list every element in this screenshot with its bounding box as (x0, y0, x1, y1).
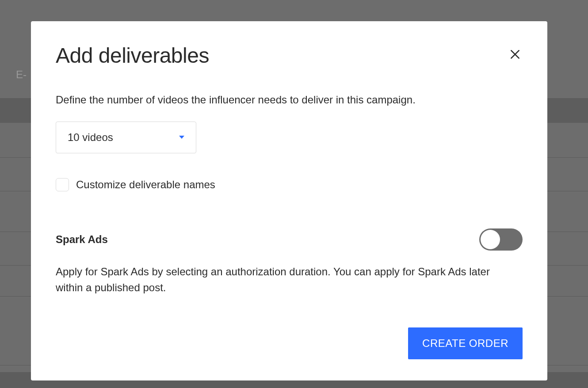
add-deliverables-modal: Add deliverables Define the number of vi… (31, 21, 547, 380)
customize-names-row: Customize deliverable names (56, 178, 523, 191)
chevron-down-icon (179, 136, 184, 139)
modal-description: Define the number of videos the influenc… (56, 92, 523, 107)
spark-ads-toggle[interactable] (479, 228, 523, 251)
modal-title: Add deliverables (56, 43, 209, 68)
modal-header: Add deliverables (56, 43, 523, 68)
video-count-select[interactable]: 10 videos (56, 122, 196, 153)
close-button[interactable] (508, 47, 523, 62)
customize-names-checkbox[interactable] (56, 178, 69, 191)
spark-ads-description: Apply for Spark Ads by selecting an auth… (56, 264, 515, 296)
toggle-knob (481, 230, 500, 249)
video-count-value: 10 videos (68, 131, 113, 144)
spark-ads-title: Spark Ads (56, 233, 108, 246)
spark-ads-header: Spark Ads (56, 228, 523, 251)
spark-ads-section: Spark Ads Apply for Spark Ads by selecti… (56, 228, 523, 296)
customize-names-label: Customize deliverable names (76, 179, 215, 191)
create-order-button[interactable]: CREATE ORDER (408, 327, 523, 359)
close-icon (509, 49, 521, 60)
backdrop-partial-text: E- (16, 68, 27, 81)
modal-footer: CREATE ORDER (56, 327, 523, 359)
